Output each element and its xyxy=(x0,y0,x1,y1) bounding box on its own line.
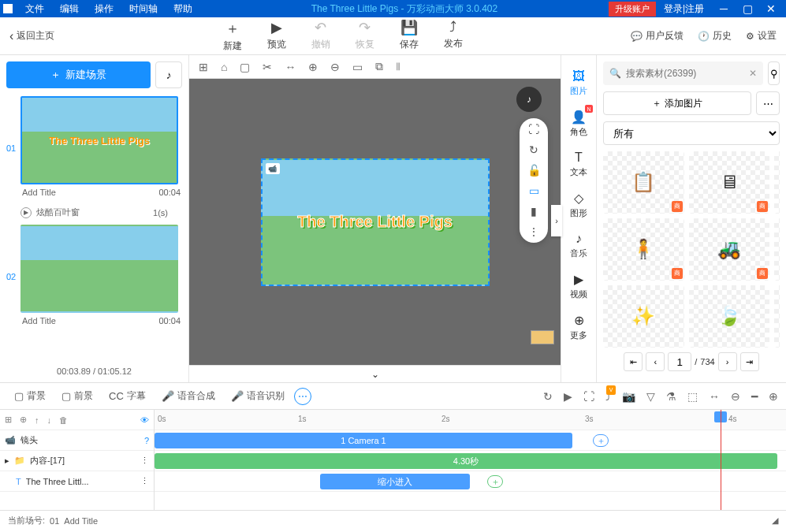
tab-text[interactable]: T文本 xyxy=(561,144,596,184)
camera-track-header[interactable]: 📹 镜头 ? xyxy=(0,430,154,451)
up-icon[interactable]: ↑ xyxy=(35,415,39,425)
text-track-header[interactable]: T The Three Littl... ⋮ xyxy=(0,471,154,492)
collapse-canvas-button[interactable]: ⌄ xyxy=(189,365,561,382)
device-icon[interactable]: ▮ xyxy=(531,205,537,218)
asset-item[interactable]: 🍃 xyxy=(689,285,770,348)
fit-icon[interactable]: ▭ xyxy=(352,61,363,73)
close-button[interactable]: ✕ xyxy=(759,2,783,15)
tab-foreground[interactable]: ▢前景 xyxy=(55,386,99,406)
scene-thumbnail[interactable] xyxy=(20,225,178,313)
music-track-button[interactable]: ♪ xyxy=(155,61,182,88)
publish-button[interactable]: ⤴发布 xyxy=(444,19,463,53)
tab-subtitle[interactable]: CC字幕 xyxy=(102,386,152,406)
mini-map[interactable] xyxy=(531,330,554,344)
menu-action[interactable]: 操作 xyxy=(87,2,121,16)
toggle-icon[interactable]: ⬚ xyxy=(687,390,698,403)
add-track-icon[interactable]: ⊞ xyxy=(5,415,12,425)
fullscreen-icon[interactable]: ⛶ xyxy=(583,390,594,403)
resize-handle-icon[interactable]: ◢ xyxy=(772,515,778,526)
expand-right-button[interactable]: › xyxy=(551,205,562,236)
tab-shape[interactable]: ◇图形 xyxy=(561,184,596,225)
upgrade-account[interactable]: 升级账户 xyxy=(609,2,656,17)
camera-clip[interactable]: 1 Camera 1 xyxy=(155,433,572,448)
asset-item[interactable]: 🧍商 xyxy=(603,218,684,281)
more-icon[interactable]: ⋮ xyxy=(528,225,539,238)
stage-title-text[interactable]: The Three Little Pigs xyxy=(297,213,453,231)
timeline-ruler[interactable]: 0s 1s 2s 3s 4s xyxy=(155,410,786,430)
delete-icon[interactable]: 🗑 xyxy=(59,415,68,425)
canvas-stage[interactable]: ♪ 📹 The Three Little Pigs ⛶ ↻ 🔓 ▭ ▮ ⋮ › xyxy=(189,79,561,365)
fullscreen-icon[interactable]: ⛶ xyxy=(528,123,539,136)
track-menu-icon[interactable]: ⋮ xyxy=(140,456,149,466)
filter-button[interactable]: ⚲ xyxy=(768,61,780,85)
rotate-icon[interactable]: ↻ xyxy=(529,143,538,156)
tab-asr[interactable]: 🎤语音识别 xyxy=(225,386,291,406)
category-select[interactable]: 所有 xyxy=(603,121,780,145)
tab-more[interactable]: ⊕更多 xyxy=(561,307,596,348)
redo-button[interactable]: ↷恢复 xyxy=(356,19,374,53)
scene-item[interactable]: 02 Add Title00:04 xyxy=(6,225,182,329)
menu-timeline[interactable]: 时间轴 xyxy=(121,2,166,16)
asset-item[interactable]: 📋商 xyxy=(603,151,684,214)
tab-tts[interactable]: 🎤语音合成 xyxy=(155,386,222,406)
zoom-slider[interactable]: ━ xyxy=(751,390,758,403)
transition-row[interactable]: ▶ 炫酷百叶窗 1(s) xyxy=(6,203,182,225)
more-options-button[interactable]: ⋯ xyxy=(756,91,780,115)
unlock-icon[interactable]: 🔓 xyxy=(527,164,541,177)
music-float-button[interactable]: ♪ xyxy=(516,87,542,112)
asset-item[interactable]: 🎊商 xyxy=(774,218,780,281)
playhead[interactable] xyxy=(721,410,721,510)
new-button[interactable]: ＋新建 xyxy=(223,19,242,53)
align-right-icon[interactable]: ⫴ xyxy=(396,60,400,73)
tab-music[interactable]: ♪音乐 xyxy=(561,225,596,266)
track-menu-icon[interactable]: ⋮ xyxy=(140,476,149,486)
content-track-header[interactable]: ▸ 📁 内容-[17] ⋮ xyxy=(0,451,154,471)
square-icon[interactable]: ▢ xyxy=(240,61,250,73)
zoom-in-icon[interactable]: ⊕ xyxy=(769,390,778,403)
restart-icon[interactable]: ↻ xyxy=(543,390,553,403)
asset-item[interactable]: 📦商 xyxy=(774,151,780,214)
minimize-button[interactable]: ─ xyxy=(712,2,736,15)
align-icon[interactable]: ↔ xyxy=(285,61,296,73)
tab-character[interactable]: 👤角色N xyxy=(561,103,596,144)
text-clip[interactable]: 缩小进入 xyxy=(320,474,470,489)
back-home-button[interactable]: ‹ 返回主页 xyxy=(9,29,54,43)
settings-button[interactable]: ⚙设置 xyxy=(746,29,777,43)
menu-file[interactable]: 文件 xyxy=(17,2,52,16)
page-input[interactable] xyxy=(668,352,691,371)
marker-icon[interactable]: ▽ xyxy=(646,390,655,403)
asset-item[interactable]: 🖥商 xyxy=(689,151,770,214)
tab-image[interactable]: 🖼图片 xyxy=(561,63,596,103)
eye-icon[interactable]: 👁 xyxy=(140,415,149,425)
last-page-button[interactable]: ⇥ xyxy=(740,352,759,371)
home-icon[interactable]: ⌂ xyxy=(221,61,227,73)
menu-edit[interactable]: 编辑 xyxy=(52,2,87,16)
camera-track[interactable]: 1 Camera 1 ＋ xyxy=(155,430,786,451)
add-clip-icon[interactable]: ⊕ xyxy=(20,415,27,425)
add-keyframe-button[interactable]: ＋ xyxy=(487,475,503,488)
add-keyframe-button[interactable]: ＋ xyxy=(593,434,609,447)
ruler-icon[interactable]: ⊞ xyxy=(199,61,208,73)
zoom-in-icon[interactable]: ⊕ xyxy=(308,61,318,73)
export-icon[interactable]: ⤴V xyxy=(605,390,611,403)
play-icon[interactable]: ▶ xyxy=(564,390,572,403)
save-button[interactable]: 💾保存 xyxy=(400,19,419,53)
fit-icon[interactable]: ↔ xyxy=(709,390,720,403)
search-input[interactable] xyxy=(626,68,744,79)
filter-icon[interactable]: ⚗ xyxy=(666,390,676,403)
zoom-out-icon[interactable]: ⊖ xyxy=(330,61,340,73)
camera-icon[interactable]: 📷 xyxy=(622,390,635,403)
asset-item[interactable]: 📄 xyxy=(774,285,780,348)
undo-button[interactable]: ↶撤销 xyxy=(311,19,330,53)
zoom-out-icon[interactable]: ⊖ xyxy=(731,390,740,403)
add-image-button[interactable]: ＋ 添加图片 xyxy=(603,91,751,115)
asset-item[interactable]: ✨ xyxy=(603,285,684,348)
content-track[interactable]: 4.30秒 xyxy=(155,451,786,471)
scene-item[interactable]: 01 The Three Little Pigs Add Title00:04 xyxy=(6,96,182,200)
menu-help[interactable]: 帮助 xyxy=(166,2,200,16)
content-clip[interactable]: 4.30秒 xyxy=(155,453,777,469)
timeline-more-button[interactable]: ⋯ xyxy=(294,388,311,405)
feedback-button[interactable]: 💬用户反馈 xyxy=(631,29,684,43)
first-page-button[interactable]: ⇤ xyxy=(624,352,643,371)
maximize-button[interactable]: ▢ xyxy=(736,2,759,15)
